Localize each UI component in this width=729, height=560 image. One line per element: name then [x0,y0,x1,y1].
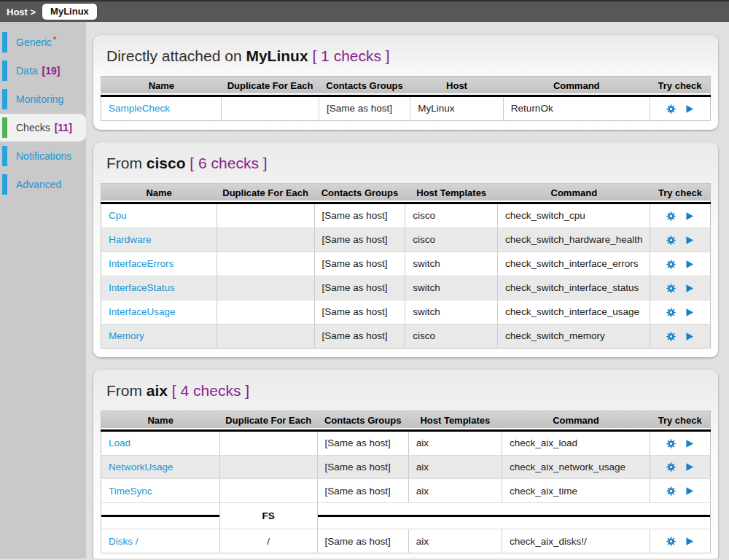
check-name-link[interactable]: InterfaceStatus [109,282,175,293]
accent-bar [2,146,7,166]
gear-icon[interactable] [666,486,677,497]
section-title-prefix: From [106,382,147,399]
play-icon[interactable] [684,104,695,114]
play-icon[interactable] [684,331,695,342]
check-section-aix: From aix [ 4 checks ]NameDuplicate For E… [93,370,718,559]
check-name-link[interactable]: NetworkUsage [109,462,174,472]
sidebar-item-generic[interactable]: Generic* [0,28,86,56]
gear-icon[interactable] [666,211,677,222]
column-header-try-check: Try check [650,411,710,430]
divider-line [101,515,219,517]
column-header-try-check: Try check [650,183,711,203]
table-header-row: NameDuplicate For EachContacts GroupsHos… [101,183,711,203]
breadcrumb: Host > [7,7,36,18]
check-name-link[interactable]: SampleCheck [109,103,170,114]
section-title-name: cisco [147,155,186,171]
sidebar-item-label: Notifications [16,150,71,162]
column-header-name: Name [101,411,220,430]
sidebar-item-count: [11] [55,122,72,133]
check-name-link[interactable]: Hardware [109,234,152,245]
sidebar-item-monitoring[interactable]: Monitoring [0,85,86,113]
play-icon[interactable] [684,283,695,294]
gear-icon[interactable] [666,283,677,294]
play-icon[interactable] [684,462,695,472]
check-row: InterfaceStatus[Same as host]switchcheck… [101,276,711,300]
gear-icon[interactable] [666,462,677,472]
section-title-prefix: Directly attached on [106,47,246,64]
check-row: NetworkUsage[Same as host]aixcheck_aix_n… [101,455,711,479]
check-name-link[interactable]: TimeSync [109,486,152,497]
play-icon[interactable] [684,536,695,547]
check-section-mylinux: Directly attached on MyLinux [ 1 checks … [93,35,718,130]
sidebar-item-label: Data [16,65,38,77]
selected-accent-bar [2,117,7,138]
section-title-name: aix [147,382,168,399]
column-header-host: Host [410,77,504,96]
column-header-contacts-groups: Contacts Groups [317,411,408,430]
check-row: Cpu[Same as host]ciscocheck_switch_cpu [101,203,711,228]
sidebar-item-data[interactable]: Data[19] [0,57,86,85]
column-header-host-templates: Host Templates [408,411,502,430]
sidebar-item-label: Monitoring [16,93,63,105]
sidebar-item-advanced[interactable]: Advanced [0,171,86,198]
section-count: [ 1 checks ] [308,47,390,64]
play-icon[interactable] [684,235,695,246]
sidebar-item-checks[interactable]: Checks[11] [0,114,86,141]
section-title-name: MyLinux [246,47,308,64]
column-header-contacts-groups: Contacts Groups [314,183,405,203]
gear-icon[interactable] [666,536,677,547]
check-name-link[interactable]: Memory [109,330,144,341]
check-row: Load[Same as host]aixcheck_aix_load [101,430,711,455]
gear-icon[interactable] [666,331,677,342]
column-header-name: Name [101,77,222,96]
play-icon[interactable] [684,486,695,497]
section-title: From aix [ 4 checks ] [106,382,711,400]
required-asterisk: * [53,35,56,44]
section-count: [ 6 checks ] [186,155,268,171]
column-header-duplicate-for-each: Duplicate For Each [222,77,319,96]
gear-icon[interactable] [666,235,677,246]
column-header-try-check: Try check [650,77,710,96]
gear-icon[interactable] [666,104,677,114]
topbar: Host > MyLinux [0,0,729,22]
check-name-link[interactable]: Disks / [109,536,139,547]
table-header-row: NameDuplicate For EachContacts GroupsHos… [101,77,711,96]
check-name-link[interactable]: InterfaceErrors [109,258,174,269]
check-row: SampleCheck[Same as host]MyLinuxReturnOk [101,96,711,121]
check-name-link[interactable]: InterfaceUsage [109,306,176,317]
duplicate-group-label: FS [220,510,317,521]
check-name-link[interactable]: Cpu [109,210,127,221]
column-header-duplicate-for-each: Duplicate For Each [217,183,314,203]
play-icon[interactable] [684,259,695,270]
check-row: InterfaceUsage[Same as host]switchcheck_… [101,300,711,324]
accent-bar [2,89,7,109]
gear-icon[interactable] [666,307,677,318]
host-badge[interactable]: MyLinux [42,4,97,20]
checks-table: NameDuplicate For EachContacts GroupsHos… [101,183,711,349]
table-header-row: NameDuplicate For EachContacts GroupsHos… [101,411,711,430]
divider-line [318,515,710,517]
check-row: Disks //[Same as host]aixcheck_aix_disks… [101,529,711,553]
section-title: From cisco [ 6 checks ] [106,155,711,172]
sidebar-item-count: [19] [42,65,61,77]
check-name-link[interactable]: Load [109,438,130,448]
check-row: Memory[Same as host]ciscocheck_switch_me… [101,324,711,348]
column-header-command: Command [502,411,650,430]
gear-icon[interactable] [666,259,677,270]
column-header-command: Command [503,77,650,96]
sidebar-item-label: Checks [16,122,50,133]
sidebar-item-label: Generic [16,36,52,48]
section-title: Directly attached on MyLinux [ 1 checks … [106,47,711,65]
page-body: Generic*Data[19]MonitoringChecks[11]Noti… [0,22,729,559]
gear-icon[interactable] [666,438,677,449]
accent-bar [2,61,7,81]
fs-divider-row: FS [101,503,711,529]
accent-bar [2,32,7,52]
sidebar: Generic*Data[19]MonitoringChecks[11]Noti… [0,22,86,559]
play-icon[interactable] [684,211,695,222]
play-icon[interactable] [684,307,695,318]
accent-bar [2,174,7,195]
play-icon[interactable] [684,438,695,449]
sidebar-item-notifications[interactable]: Notifications [0,142,86,170]
content: Directly attached on MyLinux [ 1 checks … [86,22,729,559]
